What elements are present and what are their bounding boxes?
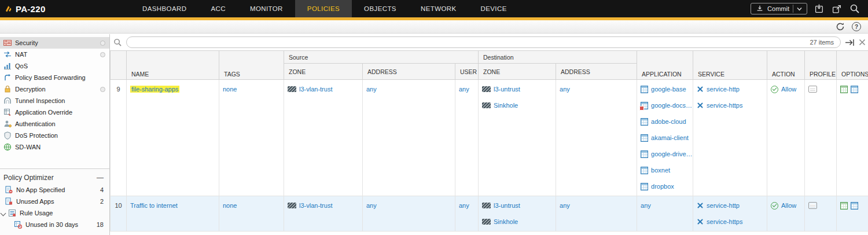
application-link[interactable]: google-docs… [651,102,692,109]
action-cell: Allow [767,196,805,232]
log-forwarding-icon[interactable] [840,202,848,210]
sidebar-item-sd-wan[interactable]: SD-WAN [0,141,109,153]
filter-search-icon [113,38,122,47]
service-link[interactable]: service-http [707,86,740,93]
tab-network[interactable]: NETWORK [409,0,469,17]
user-link[interactable]: any [459,86,469,93]
chevron-expand-icon[interactable] [1,210,6,216]
refresh-icon[interactable] [836,22,845,31]
zone-icon [482,102,491,108]
application-link[interactable]: google-drive… [651,150,693,157]
sidebar-item-rule-usage[interactable]: Rule Usage [0,207,109,219]
sidebar-item-decryption[interactable]: Decryption [0,83,109,95]
application-link[interactable]: boxnet [651,167,670,174]
tab-dashboard[interactable]: DASHBOARD [130,0,198,17]
rule-number-cell[interactable]: 10 [111,196,127,232]
sidebar-item-label: QoS [15,63,28,69]
dos-protection-icon [3,131,12,139]
application-link[interactable]: any [641,202,651,209]
col-source-address[interactable]: ADDRESS [363,64,455,80]
tag-link[interactable]: none [223,202,237,209]
sidebar-item-application-override[interactable]: Application Override [0,107,109,118]
filter-input[interactable] [126,36,841,48]
sidebar-item-security[interactable]: Security [0,37,109,49]
preview-dot[interactable] [100,52,105,57]
sidebar-item-nat[interactable]: NAT [0,49,109,60]
rule-name-link[interactable]: Traffic to internet [130,202,178,209]
col-profile[interactable]: PROFILE [805,51,837,80]
commit-button[interactable]: Commit [751,3,807,14]
sidebar-item-no-app-specified[interactable]: No App Specified 4 [0,184,109,196]
collapse-section-button[interactable]: — [97,174,104,182]
preview-dot[interactable] [100,41,105,46]
tab-monitor[interactable]: MONITOR [238,0,295,17]
action-link[interactable]: Allow [781,202,796,209]
sidebar-item-tunnel-inspection[interactable]: Tunnel Inspection [0,95,109,107]
tag-link[interactable]: none [223,86,237,93]
tab-device[interactable]: DEVICE [469,0,519,17]
log-forwarding-icon[interactable] [840,86,848,93]
col-destination-address[interactable]: ADDRESS [556,64,637,80]
apply-filter-icon[interactable] [845,39,855,46]
service-link[interactable]: service-https [707,218,742,225]
zone-link[interactable]: Sinkhole [494,102,518,109]
application-link[interactable]: adobe-cloud [651,118,686,125]
zone-link[interactable]: l3-vlan-trust [299,86,332,93]
zone-link[interactable]: l3-untrust [494,202,520,209]
address-link[interactable]: any [560,86,570,93]
sidebar-item-unused-in-30-days[interactable]: Unused in 30 days 18 [0,219,109,230]
tab-acc[interactable]: ACC [198,0,237,17]
tab-objects[interactable]: OBJECTS [352,0,409,17]
service-link[interactable]: service-http [707,202,740,209]
allow-icon [771,202,778,210]
col-name[interactable]: NAME [127,51,219,80]
open-window-icon[interactable] [832,4,842,14]
topbar-actions: Commit [751,0,868,17]
application-link[interactable]: google-base [651,86,686,93]
profile-icon[interactable] [808,202,817,209]
application-cell: any [637,196,693,232]
tab-policies[interactable]: POLICIES [295,0,352,17]
application-link[interactable]: dropbox [651,183,674,190]
search-icon[interactable] [849,3,860,14]
sidebar-item-policy-based-forwarding[interactable]: Policy Based Forwarding [0,72,109,83]
address-link[interactable]: any [366,86,377,93]
rule-name-link[interactable]: file-sharing-apps [130,86,179,93]
rule-number-cell[interactable]: 9 [111,80,127,196]
log-setting-icon[interactable] [851,86,858,93]
authentication-icon [3,120,12,128]
col-destination-zone[interactable]: ZONE [479,64,556,80]
help-icon[interactable]: ? [852,22,861,31]
application-icon [641,167,648,174]
sidebar-item-qos[interactable]: QoS [0,60,109,72]
user-link[interactable]: any [459,202,469,209]
sidebar-item-dos-protection[interactable]: DoS Protection [0,130,109,141]
zone-link[interactable]: l3-vlan-trust [299,202,332,209]
log-setting-icon[interactable] [851,202,858,210]
action-link[interactable]: Allow [781,86,796,93]
address-link[interactable]: any [366,202,377,209]
col-application[interactable]: APPLICATION [637,51,693,80]
col-action[interactable]: ACTION [767,51,805,80]
application-link[interactable]: akamai-client [651,134,689,141]
col-source-zone[interactable]: ZONE [284,64,363,80]
col-tags[interactable]: TAGS [219,51,284,80]
col-options[interactable]: OPTIONS [837,51,868,80]
clear-filter-icon[interactable] [859,39,866,46]
save-config-icon[interactable] [815,4,825,14]
sidebar-item-label: NAT [15,51,27,58]
decryption-icon [3,85,12,93]
sidebar-item-authentication[interactable]: Authentication [0,118,109,130]
zone-link[interactable]: Sinkhole [494,218,518,225]
sidebar-item-unused-apps[interactable]: Unused Apps 2 [0,196,109,207]
zone-link[interactable]: l3-untrust [494,86,520,93]
main-nav: DASHBOARD ACC MONITOR POLICIES OBJECTS N… [130,0,519,17]
col-user[interactable]: USER [455,64,479,80]
profile-icon[interactable] [808,86,817,93]
application-cell: google-base google-docs… adobe-cloud aka… [637,80,693,196]
group-header-destination: Destination [479,51,637,64]
service-link[interactable]: service-https [707,102,742,109]
address-link[interactable]: any [560,202,570,209]
preview-dot[interactable] [100,87,105,92]
col-service[interactable]: SERVICE [693,51,767,80]
